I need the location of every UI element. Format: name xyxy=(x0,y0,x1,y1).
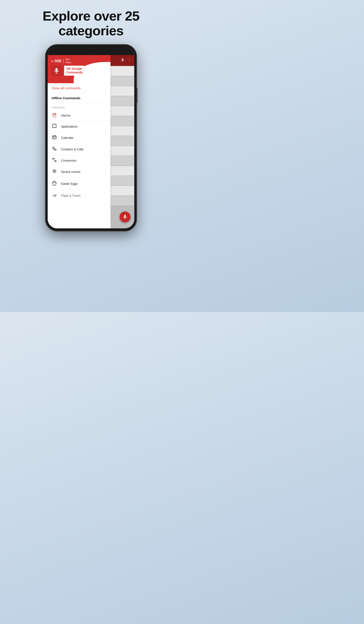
headline-line2: categories xyxy=(58,23,124,38)
navigation-drawer: by SDE DevTeam xyxy=(48,55,110,228)
category-device-control[interactable]: Device control xyxy=(48,166,110,178)
offline-commands-item[interactable]: Offline Commands xyxy=(48,93,110,103)
brand-by-line: by SDE DevTeam xyxy=(51,58,107,64)
categories-section-label: Categories xyxy=(48,103,110,110)
app-name-line2: Commands xyxy=(66,71,83,74)
microphone-icon xyxy=(53,67,60,74)
main-toolbar: ⋮ xyxy=(110,55,134,66)
category-calendar[interactable]: Calendar xyxy=(48,132,110,143)
easter-eggs-label: Easter Eggs xyxy=(61,182,78,185)
main-content-list xyxy=(110,66,134,228)
list-row-14 xyxy=(111,196,134,206)
contacts-label: Contacts & Calls xyxy=(61,148,83,151)
svg-rect-15 xyxy=(124,215,126,217)
flight-icon xyxy=(52,193,57,199)
svg-rect-3 xyxy=(53,124,56,128)
list-row-7 xyxy=(111,126,134,136)
alarms-label: Alarms xyxy=(61,114,71,117)
list-row-11 xyxy=(111,166,134,176)
easter-eggs-icon xyxy=(52,181,57,187)
list-row-1 xyxy=(111,66,134,76)
flight-label: Flight & Travel xyxy=(61,194,80,197)
more-options-icon[interactable]: ⋮ xyxy=(127,58,132,63)
conversion-label: Conversion xyxy=(61,159,77,162)
list-row-13 xyxy=(111,186,134,195)
list-row-10 xyxy=(111,156,134,165)
phone-mockup: by SDE DevTeam xyxy=(46,45,136,231)
drawer-menu: Show all commands Offline Commands Categ… xyxy=(48,83,110,228)
list-row-3 xyxy=(111,86,134,96)
category-flight-travel[interactable]: Flight & Travel xyxy=(48,190,110,201)
brand-area: by SDE DevTeam xyxy=(48,55,110,76)
svg-rect-4 xyxy=(53,136,56,139)
list-row-4 xyxy=(111,96,134,106)
list-row-5 xyxy=(111,106,134,116)
list-row-6 xyxy=(111,116,134,126)
category-easter-eggs[interactable]: Easter Eggs xyxy=(48,178,110,190)
camera-punch-hole xyxy=(89,50,93,53)
svg-point-8 xyxy=(53,138,54,138)
list-row-2 xyxy=(111,76,134,86)
contacts-icon xyxy=(52,146,57,152)
calendar-label: Calendar xyxy=(61,136,74,140)
show-all-commands-item[interactable]: Show all commands xyxy=(48,83,110,93)
svg-point-11 xyxy=(54,171,55,172)
svg-point-12 xyxy=(53,181,56,185)
svg-rect-13 xyxy=(122,58,123,60)
list-row-8 xyxy=(111,136,134,146)
applications-label: Applications xyxy=(61,125,78,128)
list-row-12 xyxy=(111,176,134,185)
app-name-line1: OK Google xyxy=(66,67,82,70)
conversion-icon xyxy=(52,158,57,163)
applications-icon xyxy=(52,124,57,129)
brand-sde: SDE xyxy=(54,59,62,63)
category-contacts[interactable]: Contacts & Calls xyxy=(48,143,110,155)
category-conversion[interactable]: Conversion xyxy=(48,155,110,166)
brand-by-text: by xyxy=(51,60,54,62)
list-row-9 xyxy=(111,146,134,156)
toolbar-mic-icon[interactable] xyxy=(120,58,125,63)
device-control-label: Device control xyxy=(61,170,80,174)
svg-rect-0 xyxy=(55,68,58,72)
app-content: by SDE DevTeam xyxy=(48,55,134,228)
headline-line1: Explore over 25 xyxy=(43,8,140,23)
drawer-header: by SDE DevTeam xyxy=(48,55,110,83)
app-logo-row: OK Google Commands xyxy=(51,65,107,76)
status-bar xyxy=(48,47,134,55)
phone-shell: by SDE DevTeam xyxy=(46,45,136,231)
app-name-text: OK Google Commands xyxy=(64,66,87,76)
show-all-label: Show all commands xyxy=(52,86,81,90)
app-logo-icon xyxy=(51,65,62,76)
brand-divider xyxy=(63,59,64,63)
device-control-icon xyxy=(52,169,57,175)
calendar-icon xyxy=(52,135,57,140)
phone-screen: by SDE DevTeam xyxy=(48,47,134,228)
main-panel: ⋮ xyxy=(110,55,134,228)
offline-label: Offline Commands xyxy=(52,96,80,100)
brand-dev-team: DevTeam xyxy=(65,58,71,64)
category-applications[interactable]: Applications xyxy=(48,121,110,132)
page-headline: Explore over 25 categories xyxy=(30,9,153,38)
alarm-icon: ⏰ xyxy=(52,113,57,118)
category-alarms[interactable]: ⏰ Alarms xyxy=(48,110,110,121)
